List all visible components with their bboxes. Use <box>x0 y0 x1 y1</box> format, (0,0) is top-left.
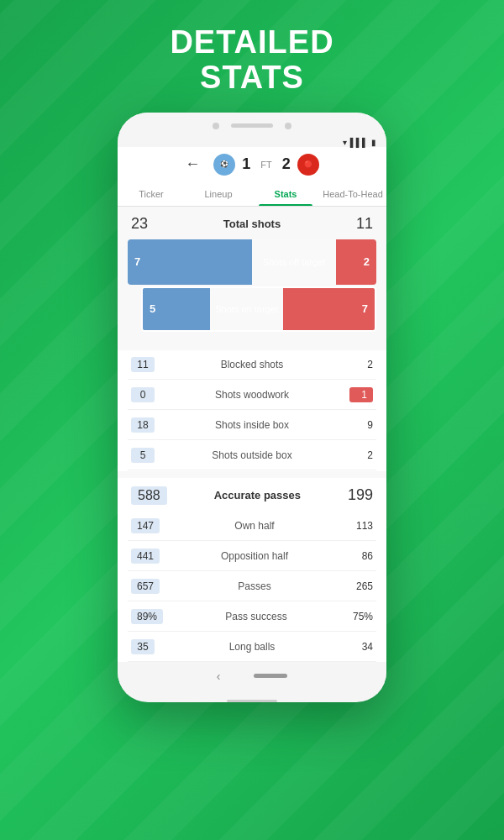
passes-left: 657 <box>131 579 160 594</box>
inside-box-right: 9 <box>349 419 373 431</box>
stat-row-inside-box: 18 Shots inside box 9 <box>128 411 376 440</box>
opp-half-left: 441 <box>131 549 160 564</box>
accurate-right: 199 <box>348 486 373 504</box>
stat-row-woodwork: 0 Shots woodwork 1 <box>128 381 376 410</box>
woodwork-left: 0 <box>131 387 155 402</box>
passes-right: 265 <box>349 580 373 592</box>
screen: ← ⚽ 1 FT 2 🔴 Ticker Lineup Stats Head-To… <box>118 147 386 662</box>
pass-success-left: 89% <box>131 609 163 624</box>
on-target-left: 5 <box>143 288 210 330</box>
scroll-bar <box>227 700 277 702</box>
blocked-left: 11 <box>131 357 155 372</box>
woodwork-right: 1 <box>349 387 373 402</box>
own-half-label: Own half <box>160 520 349 532</box>
accurate-left: 588 <box>131 486 167 505</box>
tab-ticker[interactable]: Ticker <box>118 182 185 206</box>
tabs: Ticker Lineup Stats Head-To-Head <box>118 182 386 207</box>
on-target-left-num: 5 <box>150 302 155 315</box>
off-target-right-num: 2 <box>364 255 370 268</box>
total-shots-left: 23 <box>131 215 148 233</box>
long-balls-left: 35 <box>131 639 155 654</box>
stat-row-long-balls: 35 Long balls 34 <box>128 633 376 662</box>
stat-row-outside-box: 5 Shots outside box 2 <box>128 441 376 470</box>
phone-speaker <box>231 123 273 128</box>
score-bar: ← ⚽ 1 FT 2 🔴 <box>118 147 386 182</box>
inside-box-label: Shots inside box <box>155 419 349 431</box>
signal-icon: ▌▌▌ <box>350 138 368 147</box>
wifi-icon: ▾ <box>343 138 347 147</box>
team2-logo: 🔴 <box>297 154 319 176</box>
pass-success-label: Pass success <box>163 611 349 622</box>
passes-label: Passes <box>160 580 349 592</box>
on-target-bar: 5 Shots on target 7 <box>141 286 376 332</box>
on-target-label: Shots on target <box>210 288 283 330</box>
total-shots-label: Total shots <box>223 218 281 230</box>
outside-box-left: 5 <box>131 448 155 463</box>
own-half-right: 113 <box>349 520 373 532</box>
long-balls-right: 34 <box>349 641 373 653</box>
battery-icon: ▮ <box>371 138 376 147</box>
stat-row-blocked: 11 Blocked shots 2 <box>128 350 376 380</box>
accurate-passes-row: 588 Accurate passes 199 <box>118 478 386 512</box>
header-line1: DETAILED <box>170 25 333 60</box>
total-shots-row: 23 Total shots 11 <box>128 207 376 239</box>
home-pill[interactable] <box>254 674 287 678</box>
woodwork-label: Shots woodwork <box>155 389 349 401</box>
own-half-left: 147 <box>131 518 160 533</box>
phone-mockup: ▾ ▌▌▌ ▮ ← ⚽ 1 FT 2 🔴 Ticker Lineup Stats <box>118 113 386 702</box>
outside-box-right: 2 <box>349 449 373 461</box>
stat-row-passes: 657 Passes 265 <box>128 572 376 601</box>
camera-dot-2 <box>285 123 291 129</box>
opp-half-right: 86 <box>349 550 373 562</box>
back-button[interactable]: ← <box>185 155 200 173</box>
stat-row-own-half: 147 Own half 113 <box>128 512 376 541</box>
tab-stats[interactable]: Stats <box>252 182 319 206</box>
camera-area <box>213 123 291 129</box>
phone-top <box>118 113 386 134</box>
team1-score: 1 <box>242 155 250 173</box>
stat-row-pass-success: 89% Pass success 75% <box>128 602 376 632</box>
stats-content: 23 Total shots 11 7 Shots off target 2 <box>118 207 386 350</box>
long-balls-label: Long balls <box>155 641 349 653</box>
blocked-label: Blocked shots <box>155 359 349 370</box>
off-target-label: Shots off target <box>252 239 336 285</box>
tab-head-to-head[interactable]: Head-To-Head <box>319 182 386 206</box>
pass-success-right: 75% <box>349 611 373 622</box>
off-target-right: 2 <box>336 239 376 285</box>
passes-rows: 147 Own half 113 441 Opposition half 86 … <box>118 512 386 662</box>
team2-score: 2 <box>282 155 291 173</box>
bar-chart: 7 Shots off target 2 5 Shots on targ <box>128 239 376 332</box>
team1-logo: ⚽ <box>213 154 235 176</box>
stat-row-opp-half: 441 Opposition half 86 <box>128 542 376 571</box>
on-target-right: 7 <box>283 288 375 330</box>
app-header: DETAILED STATS <box>170 25 333 96</box>
camera-dot-1 <box>213 123 219 129</box>
accurate-label: Accurate passes <box>214 489 301 501</box>
status-bar: ▾ ▌▌▌ ▮ <box>118 134 386 147</box>
off-target-left-num: 7 <box>134 255 140 268</box>
on-target-right-num: 7 <box>362 302 368 315</box>
ft-label: FT <box>260 160 271 170</box>
inside-box-left: 18 <box>131 417 155 433</box>
nav-back-arrow[interactable]: ‹ <box>217 669 221 683</box>
tab-lineup[interactable]: Lineup <box>185 182 252 206</box>
outside-box-label: Shots outside box <box>155 449 349 461</box>
off-target-left: 7 <box>128 239 252 285</box>
section-divider <box>118 471 386 478</box>
total-shots-right: 11 <box>356 215 373 233</box>
header-line2: STATS <box>170 60 333 96</box>
opp-half-label: Opposition half <box>160 550 349 562</box>
stats-rows: 11 Blocked shots 2 0 Shots woodwork 1 18… <box>118 350 386 470</box>
phone-bottom-nav: ‹ <box>118 663 386 696</box>
blocked-right: 2 <box>349 359 373 370</box>
off-target-bar: 7 Shots off target 2 <box>128 239 376 285</box>
